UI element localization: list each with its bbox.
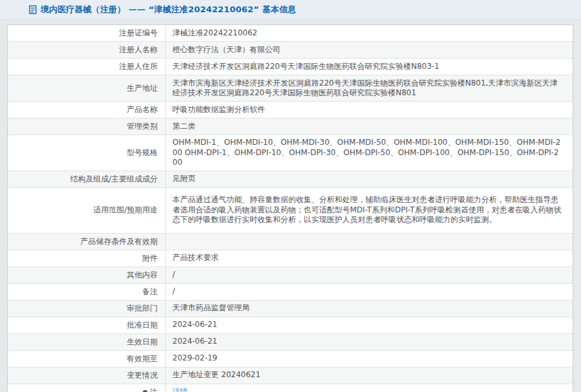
row-value: 呼吸功能数据监测分析软件 (166, 102, 573, 118)
row-value: 2024-06-21 (166, 317, 573, 333)
table-row: 结构及组成/主要组成成分 见附页 (8, 171, 573, 188)
row-label: 生效日期 (8, 334, 166, 350)
table-row: 备注 / (8, 284, 573, 301)
note-balloon-icon (142, 389, 148, 392)
table-row: 产品储存条件及有效期 (8, 234, 573, 250)
document-icon (29, 5, 37, 14)
row-value: 见附页 (166, 171, 573, 187)
table-row: 有效期至 2029-02-19 (8, 351, 573, 368)
registration-info-table: 注册证编号 津械注准20242210062 注册人名称 橙心数字疗法（天津）有限… (7, 24, 573, 392)
row-value: 天津市滨海新区天津经济技术开发区洞庭路220号天津国际生物医药联合研究院实验楼N… (166, 75, 573, 101)
table-row: 生效日期 2024-06-21 (8, 334, 573, 351)
row-value (166, 234, 573, 250)
row-label: 产品储存条件及有效期 (8, 234, 166, 250)
row-value: 2029-02-19 (166, 351, 573, 367)
row-value: 产品技术要求 (166, 250, 573, 266)
row-value: 详情 (166, 384, 573, 392)
row-label: 审批部门 (8, 301, 166, 317)
table-row: 型号规格 OHM-MDI-1、OHM-MDI-10、OHM-MDI-30、OHM… (8, 135, 573, 171)
row-label: 结构及组成/主要组成成分 (8, 171, 166, 187)
row-label: 变更情况 (8, 368, 166, 384)
row-value: / (166, 267, 573, 283)
table-row: 批准日期 2024-06-21 (8, 317, 573, 334)
row-value: / (166, 284, 573, 300)
row-value: 天津市药品监督管理局 (166, 301, 573, 317)
row-value: 第二类 (166, 118, 573, 135)
table-row: 审批部门 天津市药品监督管理局 (8, 301, 573, 317)
row-label: 有效期至 (8, 351, 166, 367)
row-value: 本产品通过通气功能、肺容量数据的收集、分析和处理，辅助临床医生对患者进行呼吸能力… (166, 188, 573, 233)
row-label: 其他内容 (8, 267, 166, 283)
row-value: 2024-06-21 (166, 334, 573, 350)
note-label: 注 (150, 387, 158, 392)
row-label: 注册证编号 (8, 25, 166, 41)
table-row: 生产地址 天津市滨海新区天津经济技术开发区洞庭路220号天津国际生物医药联合研究… (8, 75, 573, 102)
table-row: 管理类别 第二类 (8, 118, 573, 135)
row-label: 注册人住所 (8, 59, 166, 75)
row-value: 津械注准20242210062 (166, 25, 573, 41)
table-row: 注 详情 (8, 384, 573, 392)
row-label: 型号规格 (8, 135, 166, 171)
row-value: OHM-MDI-1、OHM-MDI-10、OHM-MDI-30、OHM-MDI-… (166, 135, 573, 171)
row-label: 生产地址 (8, 75, 166, 101)
row-label: 注 (8, 384, 166, 392)
row-value: 橙心数字疗法（天津）有限公司 (166, 42, 573, 58)
row-label: 批准日期 (8, 317, 166, 333)
table-row: 注册人住所 天津经济技术开发区洞庭路220号天津国际生物医药联合研究院实验楼N8… (8, 59, 573, 75)
details-link[interactable]: 详情 (172, 387, 188, 392)
row-label: 适用范围/预期用途 (8, 188, 166, 233)
page-title: 境内医疗器械（注册） —— “津械注准20242210062” 基本信息 (41, 4, 296, 15)
table-row: 适用范围/预期用途 本产品通过通气功能、肺容量数据的收集、分析和处理，辅助临床医… (8, 188, 573, 234)
row-value: 生产地址变更 20240621 (166, 368, 573, 384)
row-label: 产品名称 (8, 102, 166, 118)
row-label: 附件 (8, 250, 166, 266)
table-row: 注册证编号 津械注准20242210062 (8, 25, 573, 42)
table-row: 其他内容 / (8, 267, 573, 284)
table-row: 注册人名称 橙心数字疗法（天津）有限公司 (8, 42, 573, 59)
row-label: 备注 (8, 284, 166, 300)
row-label: 管理类别 (8, 118, 166, 135)
row-value: 天津经济技术开发区洞庭路220号天津国际生物医药联合研究院实验楼N803-1 (166, 59, 573, 75)
row-label: 注册人名称 (8, 42, 166, 58)
table-row: 附件 产品技术要求 (8, 250, 573, 267)
page-header: 境内医疗器械（注册） —— “津械注准20242210062” 基本信息 (0, 0, 581, 20)
table-row: 变更情况 生产地址变更 20240621 (8, 368, 573, 384)
table-row: 产品名称 呼吸功能数据监测分析软件 (8, 102, 573, 118)
